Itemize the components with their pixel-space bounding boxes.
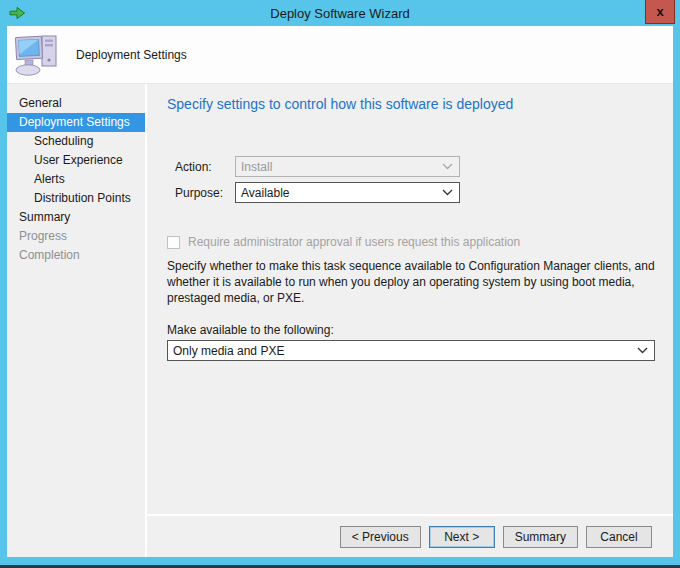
action-value: Install <box>241 160 272 174</box>
dialog-frame: Deployment Settings General Deployment S… <box>7 26 673 557</box>
chevron-down-icon <box>442 189 453 196</box>
close-button[interactable]: x <box>645 0 675 24</box>
action-dropdown: Install <box>235 156 460 177</box>
sidebar-item-deployment-settings[interactable]: Deployment Settings <box>7 113 145 132</box>
page-heading: Specify settings to control how this sof… <box>167 96 655 112</box>
body: General Deployment Settings Scheduling U… <box>7 84 673 557</box>
sidebar-item-distribution-points[interactable]: Distribution Points <box>7 189 145 208</box>
approval-checkbox-row: Require administrator approval if users … <box>167 235 655 249</box>
sidebar-item-progress: Progress <box>7 227 145 246</box>
chevron-down-icon <box>442 163 453 170</box>
purpose-dropdown[interactable]: Available <box>235 182 460 203</box>
make-available-label: Make available to the following: <box>167 323 655 337</box>
sidebar-item-summary[interactable]: Summary <box>7 208 145 227</box>
approval-checkbox <box>167 236 180 249</box>
cancel-button[interactable]: Cancel <box>586 526 652 548</box>
purpose-label: Purpose: <box>175 186 235 200</box>
titlebar: Deploy Software Wizard x <box>0 0 680 26</box>
sidebar-item-user-experience[interactable]: User Experience <box>7 151 145 170</box>
deploy-software-wizard-window: Deploy Software Wizard x <box>0 0 680 568</box>
computer-icon <box>14 32 62 78</box>
sidebar-item-scheduling[interactable]: Scheduling <box>7 132 145 151</box>
banner: Deployment Settings <box>7 26 673 84</box>
page-title: Deployment Settings <box>76 48 187 62</box>
sidebar-item-completion: Completion <box>7 246 145 265</box>
app-arrow-icon <box>9 6 26 20</box>
purpose-row: Purpose: Available <box>175 182 655 203</box>
sidebar-item-general[interactable]: General <box>7 94 145 113</box>
action-row: Action: Install <box>175 156 655 177</box>
make-available-dropdown[interactable]: Only media and PXE <box>167 340 655 361</box>
sidebar-item-alerts[interactable]: Alerts <box>7 170 145 189</box>
window-title: Deploy Software Wizard <box>0 6 680 21</box>
wizard-sidebar: General Deployment Settings Scheduling U… <box>7 84 145 557</box>
next-button[interactable]: Next > <box>429 526 495 548</box>
approval-checkbox-label: Require administrator approval if users … <box>188 235 520 249</box>
purpose-value: Available <box>241 186 289 200</box>
previous-button[interactable]: < Previous <box>340 526 421 548</box>
make-available-value: Only media and PXE <box>173 344 284 358</box>
action-purpose-form: Action: Install Purpose: Avail <box>175 156 655 203</box>
wizard-footer: < Previous Next > Summary Cancel <box>147 514 673 557</box>
main-panel: Specify settings to control how this sof… <box>147 84 673 557</box>
summary-button[interactable]: Summary <box>503 526 578 548</box>
chevron-down-icon <box>637 347 648 354</box>
task-sequence-description: Specify whether to make this task sequen… <box>167 258 655 306</box>
action-label: Action: <box>175 160 235 174</box>
